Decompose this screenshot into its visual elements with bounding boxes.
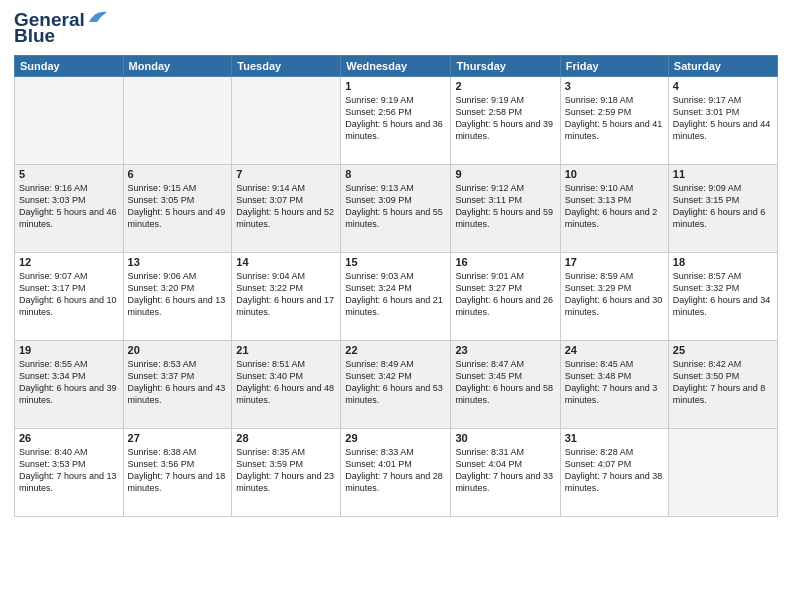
calendar-cell bbox=[15, 77, 124, 165]
day-number: 24 bbox=[565, 344, 664, 356]
calendar-cell: 31Sunrise: 8:28 AM Sunset: 4:07 PM Dayli… bbox=[560, 429, 668, 517]
calendar-table: Sunday Monday Tuesday Wednesday Thursday… bbox=[14, 55, 778, 517]
day-number: 9 bbox=[455, 168, 555, 180]
day-number: 29 bbox=[345, 432, 446, 444]
calendar-cell: 21Sunrise: 8:51 AM Sunset: 3:40 PM Dayli… bbox=[232, 341, 341, 429]
calendar-cell: 18Sunrise: 8:57 AM Sunset: 3:32 PM Dayli… bbox=[668, 253, 777, 341]
calendar-cell: 14Sunrise: 9:04 AM Sunset: 3:22 PM Dayli… bbox=[232, 253, 341, 341]
calendar-cell: 23Sunrise: 8:47 AM Sunset: 3:45 PM Dayli… bbox=[451, 341, 560, 429]
day-number: 13 bbox=[128, 256, 228, 268]
calendar-cell: 1Sunrise: 9:19 AM Sunset: 2:56 PM Daylig… bbox=[341, 77, 451, 165]
col-wednesday: Wednesday bbox=[341, 56, 451, 77]
calendar-cell: 12Sunrise: 9:07 AM Sunset: 3:17 PM Dayli… bbox=[15, 253, 124, 341]
col-tuesday: Tuesday bbox=[232, 56, 341, 77]
calendar-cell: 19Sunrise: 8:55 AM Sunset: 3:34 PM Dayli… bbox=[15, 341, 124, 429]
day-info: Sunrise: 9:10 AM Sunset: 3:13 PM Dayligh… bbox=[565, 182, 664, 231]
calendar-cell: 30Sunrise: 8:31 AM Sunset: 4:04 PM Dayli… bbox=[451, 429, 560, 517]
calendar-cell: 13Sunrise: 9:06 AM Sunset: 3:20 PM Dayli… bbox=[123, 253, 232, 341]
day-number: 6 bbox=[128, 168, 228, 180]
calendar-cell: 5Sunrise: 9:16 AM Sunset: 3:03 PM Daylig… bbox=[15, 165, 124, 253]
page: General Blue Sunday Monday Tuesday Wedne… bbox=[0, 0, 792, 612]
col-saturday: Saturday bbox=[668, 56, 777, 77]
day-info: Sunrise: 9:12 AM Sunset: 3:11 PM Dayligh… bbox=[455, 182, 555, 231]
day-number: 14 bbox=[236, 256, 336, 268]
day-info: Sunrise: 8:35 AM Sunset: 3:59 PM Dayligh… bbox=[236, 446, 336, 495]
calendar-cell: 4Sunrise: 9:17 AM Sunset: 3:01 PM Daylig… bbox=[668, 77, 777, 165]
day-info: Sunrise: 8:28 AM Sunset: 4:07 PM Dayligh… bbox=[565, 446, 664, 495]
calendar-cell: 7Sunrise: 9:14 AM Sunset: 3:07 PM Daylig… bbox=[232, 165, 341, 253]
day-info: Sunrise: 9:01 AM Sunset: 3:27 PM Dayligh… bbox=[455, 270, 555, 319]
day-info: Sunrise: 9:19 AM Sunset: 2:56 PM Dayligh… bbox=[345, 94, 446, 143]
calendar-header-row: Sunday Monday Tuesday Wednesday Thursday… bbox=[15, 56, 778, 77]
day-number: 27 bbox=[128, 432, 228, 444]
logo: General Blue bbox=[14, 10, 109, 47]
day-number: 1 bbox=[345, 80, 446, 92]
day-info: Sunrise: 9:14 AM Sunset: 3:07 PM Dayligh… bbox=[236, 182, 336, 231]
col-sunday: Sunday bbox=[15, 56, 124, 77]
day-number: 12 bbox=[19, 256, 119, 268]
day-number: 23 bbox=[455, 344, 555, 356]
day-number: 25 bbox=[673, 344, 773, 356]
calendar-cell: 2Sunrise: 9:19 AM Sunset: 2:58 PM Daylig… bbox=[451, 77, 560, 165]
calendar-cell bbox=[668, 429, 777, 517]
day-info: Sunrise: 8:40 AM Sunset: 3:53 PM Dayligh… bbox=[19, 446, 119, 495]
day-info: Sunrise: 8:45 AM Sunset: 3:48 PM Dayligh… bbox=[565, 358, 664, 407]
day-number: 15 bbox=[345, 256, 446, 268]
header: General Blue bbox=[14, 10, 778, 47]
calendar-cell: 6Sunrise: 9:15 AM Sunset: 3:05 PM Daylig… bbox=[123, 165, 232, 253]
calendar-cell: 17Sunrise: 8:59 AM Sunset: 3:29 PM Dayli… bbox=[560, 253, 668, 341]
calendar-cell: 25Sunrise: 8:42 AM Sunset: 3:50 PM Dayli… bbox=[668, 341, 777, 429]
logo-wing-icon bbox=[87, 8, 109, 24]
day-info: Sunrise: 9:19 AM Sunset: 2:58 PM Dayligh… bbox=[455, 94, 555, 143]
col-monday: Monday bbox=[123, 56, 232, 77]
day-number: 28 bbox=[236, 432, 336, 444]
day-number: 16 bbox=[455, 256, 555, 268]
calendar-cell: 3Sunrise: 9:18 AM Sunset: 2:59 PM Daylig… bbox=[560, 77, 668, 165]
calendar-cell: 8Sunrise: 9:13 AM Sunset: 3:09 PM Daylig… bbox=[341, 165, 451, 253]
day-info: Sunrise: 8:42 AM Sunset: 3:50 PM Dayligh… bbox=[673, 358, 773, 407]
day-info: Sunrise: 8:33 AM Sunset: 4:01 PM Dayligh… bbox=[345, 446, 446, 495]
day-number: 8 bbox=[345, 168, 446, 180]
day-info: Sunrise: 8:53 AM Sunset: 3:37 PM Dayligh… bbox=[128, 358, 228, 407]
calendar-cell: 27Sunrise: 8:38 AM Sunset: 3:56 PM Dayli… bbox=[123, 429, 232, 517]
day-info: Sunrise: 9:17 AM Sunset: 3:01 PM Dayligh… bbox=[673, 94, 773, 143]
day-info: Sunrise: 9:04 AM Sunset: 3:22 PM Dayligh… bbox=[236, 270, 336, 319]
day-number: 5 bbox=[19, 168, 119, 180]
calendar-cell bbox=[123, 77, 232, 165]
calendar-cell: 15Sunrise: 9:03 AM Sunset: 3:24 PM Dayli… bbox=[341, 253, 451, 341]
calendar-cell: 16Sunrise: 9:01 AM Sunset: 3:27 PM Dayli… bbox=[451, 253, 560, 341]
day-number: 3 bbox=[565, 80, 664, 92]
day-info: Sunrise: 9:16 AM Sunset: 3:03 PM Dayligh… bbox=[19, 182, 119, 231]
calendar-cell: 20Sunrise: 8:53 AM Sunset: 3:37 PM Dayli… bbox=[123, 341, 232, 429]
day-info: Sunrise: 8:51 AM Sunset: 3:40 PM Dayligh… bbox=[236, 358, 336, 407]
calendar-cell: 22Sunrise: 8:49 AM Sunset: 3:42 PM Dayli… bbox=[341, 341, 451, 429]
calendar-cell: 24Sunrise: 8:45 AM Sunset: 3:48 PM Dayli… bbox=[560, 341, 668, 429]
calendar-cell: 9Sunrise: 9:12 AM Sunset: 3:11 PM Daylig… bbox=[451, 165, 560, 253]
day-info: Sunrise: 9:07 AM Sunset: 3:17 PM Dayligh… bbox=[19, 270, 119, 319]
logo-blue-text: Blue bbox=[14, 25, 55, 47]
day-info: Sunrise: 9:09 AM Sunset: 3:15 PM Dayligh… bbox=[673, 182, 773, 231]
calendar-cell bbox=[232, 77, 341, 165]
day-number: 17 bbox=[565, 256, 664, 268]
day-number: 31 bbox=[565, 432, 664, 444]
day-info: Sunrise: 8:57 AM Sunset: 3:32 PM Dayligh… bbox=[673, 270, 773, 319]
day-number: 20 bbox=[128, 344, 228, 356]
day-info: Sunrise: 9:13 AM Sunset: 3:09 PM Dayligh… bbox=[345, 182, 446, 231]
day-number: 21 bbox=[236, 344, 336, 356]
day-number: 10 bbox=[565, 168, 664, 180]
day-info: Sunrise: 9:06 AM Sunset: 3:20 PM Dayligh… bbox=[128, 270, 228, 319]
col-thursday: Thursday bbox=[451, 56, 560, 77]
day-info: Sunrise: 8:38 AM Sunset: 3:56 PM Dayligh… bbox=[128, 446, 228, 495]
day-number: 26 bbox=[19, 432, 119, 444]
day-info: Sunrise: 8:49 AM Sunset: 3:42 PM Dayligh… bbox=[345, 358, 446, 407]
day-info: Sunrise: 9:18 AM Sunset: 2:59 PM Dayligh… bbox=[565, 94, 664, 143]
day-info: Sunrise: 8:55 AM Sunset: 3:34 PM Dayligh… bbox=[19, 358, 119, 407]
day-info: Sunrise: 8:59 AM Sunset: 3:29 PM Dayligh… bbox=[565, 270, 664, 319]
day-number: 19 bbox=[19, 344, 119, 356]
calendar-cell: 11Sunrise: 9:09 AM Sunset: 3:15 PM Dayli… bbox=[668, 165, 777, 253]
calendar-cell: 29Sunrise: 8:33 AM Sunset: 4:01 PM Dayli… bbox=[341, 429, 451, 517]
day-number: 4 bbox=[673, 80, 773, 92]
day-number: 7 bbox=[236, 168, 336, 180]
day-number: 18 bbox=[673, 256, 773, 268]
day-number: 22 bbox=[345, 344, 446, 356]
